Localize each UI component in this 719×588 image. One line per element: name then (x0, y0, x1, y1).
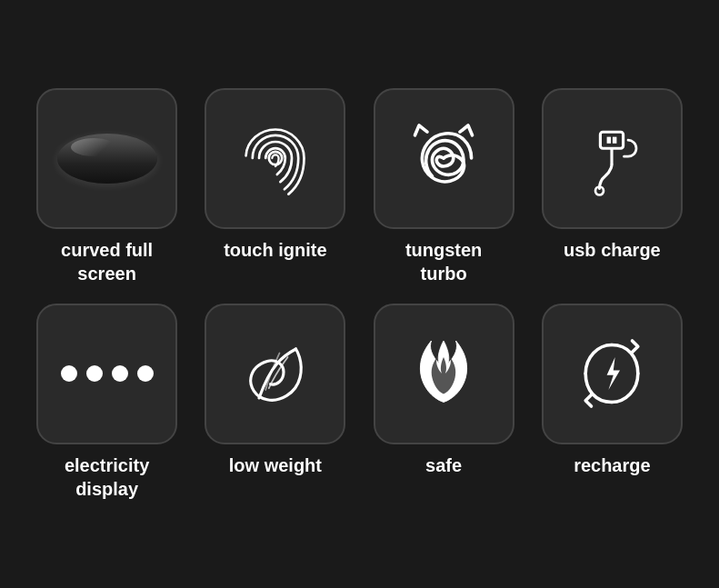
usb-charge-label: usb charge (564, 238, 661, 262)
curved-full-screen-label: curved fullscreen (61, 238, 153, 285)
electricity-display-icon-box (36, 304, 177, 444)
recharge-icon (571, 333, 653, 414)
touch-ignite-icon-box (205, 88, 345, 229)
feature-recharge: recharge (542, 304, 683, 501)
low-weight-icon-box (205, 304, 345, 444)
usb-charge-icon-box (542, 88, 683, 229)
electricity-display-label: electricitydisplay (65, 453, 149, 501)
features-grid: curved fullscreen touch ignite (0, 61, 719, 528)
dots-icon (61, 365, 154, 382)
low-weight-label: low weight (229, 453, 322, 477)
svg-point-0 (269, 152, 282, 164)
feature-low-weight: low weight (205, 304, 345, 501)
safe-icon-box (374, 304, 514, 444)
feather-icon (235, 333, 316, 414)
safe-label: safe (425, 453, 462, 477)
dot-1 (61, 365, 77, 382)
tungsten-turbo-icon-box (374, 88, 514, 229)
touch-ignite-label: touch ignite (224, 238, 326, 262)
feature-touch-ignite: touch ignite (205, 88, 345, 285)
svg-rect-1 (601, 132, 624, 148)
dot-4 (137, 365, 154, 382)
fingerprint-icon (235, 117, 316, 199)
flame-icon (403, 333, 484, 414)
feature-electricity-display: electricitydisplay (36, 304, 177, 501)
usb-icon (571, 117, 653, 199)
curved-screen-icon-box (36, 88, 177, 229)
feature-safe: safe (374, 304, 514, 501)
svg-rect-2 (607, 137, 612, 144)
feature-tungsten-turbo: tungstenturbo (374, 88, 514, 285)
recharge-icon-box (542, 304, 683, 444)
feature-usb-charge: usb charge (542, 88, 683, 285)
recharge-label: recharge (574, 453, 651, 477)
tungsten-turbo-label: tungstenturbo (405, 238, 482, 285)
dot-3 (112, 365, 128, 382)
dot-2 (86, 365, 103, 382)
feature-curved-full-screen: curved fullscreen (36, 88, 177, 285)
curved-screen-icon (57, 134, 157, 184)
swirl-icon (403, 117, 484, 199)
svg-rect-3 (613, 137, 617, 144)
